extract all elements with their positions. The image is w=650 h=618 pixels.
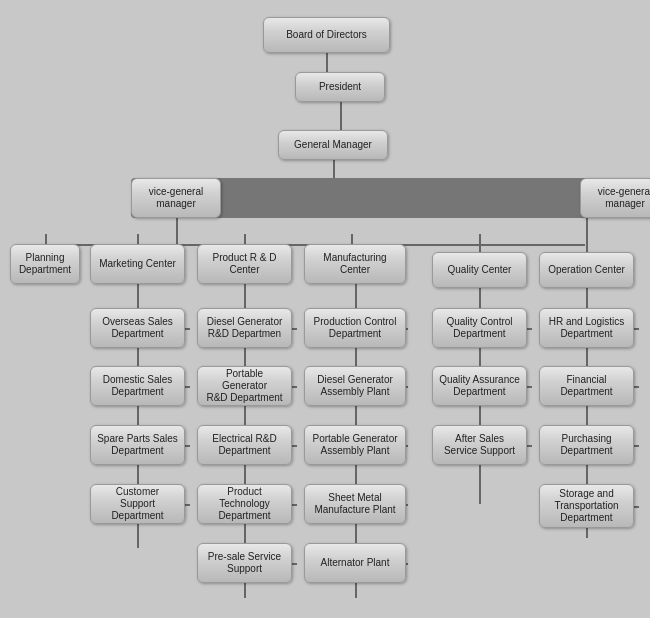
conn-prd-v (244, 234, 246, 244)
org-chart: Board of Directors President General Man… (0, 0, 650, 20)
conn-qc-v (479, 234, 481, 252)
quality-assurance-node: Quality AssuranceDepartment (432, 366, 527, 406)
portable-assembly-node: Portable GeneratorAssembly Plant (304, 425, 406, 465)
conn-marketing-v (137, 234, 139, 244)
conn-mfg-v (351, 234, 353, 244)
conn-vgml-down (176, 218, 178, 244)
president-node: President (295, 72, 385, 102)
diesel-rd-node: Diesel GeneratorR&D Departmen (197, 308, 292, 348)
customer-support-node: Customer SupportDepartment (90, 484, 185, 524)
board-node: Board of Directors (263, 17, 390, 53)
product-tech-node: Product TechnologyDepartment (197, 484, 292, 524)
conn-gm-hbar (333, 160, 335, 178)
diesel-assembly-node: Diesel GeneratorAssembly Plant (304, 366, 406, 406)
hr-logistics-node: HR and LogisticsDepartment (539, 308, 634, 348)
after-sales-node: After SalesService Support (432, 425, 527, 465)
financial-node: FinancialDepartment (539, 366, 634, 406)
spare-parts-node: Spare Parts SalesDepartment (90, 425, 185, 465)
prod-control-node: Production ControlDepartment (304, 308, 406, 348)
purchasing-node: PurchasingDepartment (539, 425, 634, 465)
quality-control-node: Quality ControlDepartment (432, 308, 527, 348)
conn-op-v (586, 234, 588, 252)
electrical-rd-node: Electrical R&DDepartment (197, 425, 292, 465)
conn-board-president (326, 53, 328, 72)
sheet-metal-node: Sheet MetalManufacture Plant (304, 484, 406, 524)
storage-node: Storage andTransportationDepartment (539, 484, 634, 528)
gm-node: General Manager (278, 130, 388, 160)
conn-planning-v (45, 234, 47, 244)
portable-rd-node: Portable GeneratorR&D Department (197, 366, 292, 406)
quality-center-node: Quality Center (432, 252, 527, 288)
vgm-right-node: vice-generalmanager (580, 178, 650, 218)
conn-president-gm (340, 102, 342, 130)
marketing-node: Marketing Center (90, 244, 185, 284)
presale-node: Pre-sale ServiceSupport (197, 543, 292, 583)
vgm-left-node: vice-generalmanager (131, 178, 221, 218)
alternator-node: Alternator Plant (304, 543, 406, 583)
planning-node: PlanningDepartment (10, 244, 80, 284)
manufacturing-node: ManufacturingCenter (304, 244, 406, 284)
operation-center-node: Operation Center (539, 252, 634, 288)
domestic-node: Domestic SalesDepartment (90, 366, 185, 406)
overseas-node: Overseas SalesDepartment (90, 308, 185, 348)
product-rd-node: Product R & DCenter (197, 244, 292, 284)
